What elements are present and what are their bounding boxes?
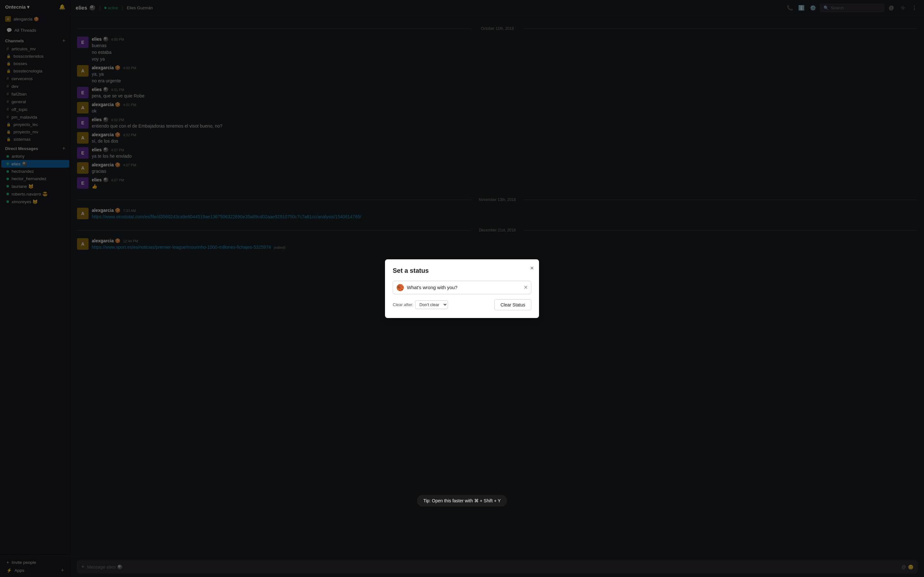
status-emoji-picker[interactable]: 🏀 — [396, 284, 404, 292]
status-modal: Set a status × 🏀 ✕ Clear after: Don't cl… — [385, 259, 539, 318]
status-text-input[interactable] — [407, 285, 521, 290]
modal-footer: Clear after: Don't clear 30 minutes 1 ho… — [393, 300, 531, 310]
clear-after-row: Clear after: Don't clear 30 minutes 1 ho… — [393, 300, 448, 309]
status-clear-x-button[interactable]: ✕ — [523, 284, 528, 290]
modal-overlay[interactable]: Set a status × 🏀 ✕ Clear after: Don't cl… — [0, 0, 924, 577]
modal-title: Set a status — [393, 267, 531, 274]
clear-after-label: Clear after: — [393, 302, 413, 307]
keyboard-shortcut-tooltip: Tip: Open this faster with ⌘ + Shift + Y — [417, 495, 507, 506]
clear-after-select[interactable]: Don't clear 30 minutes 1 hour 4 hours To… — [415, 300, 448, 309]
clear-status-button[interactable]: Clear Status — [494, 300, 531, 310]
status-input-row: 🏀 ✕ — [393, 281, 531, 294]
modal-close-button[interactable]: × — [530, 264, 534, 272]
tooltip-text: Tip: Open this faster with ⌘ + Shift + Y — [423, 498, 501, 503]
